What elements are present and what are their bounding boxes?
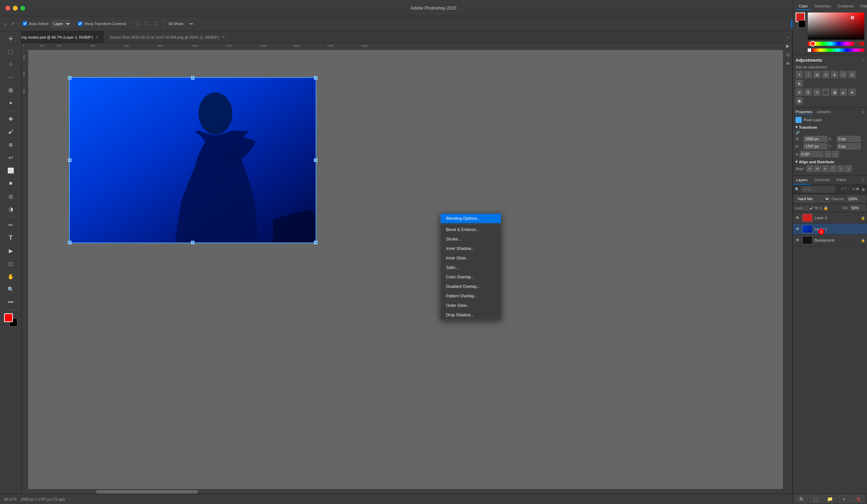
align-center-btn[interactable]: ⊞ [814, 165, 821, 172]
ctx-inner-glow[interactable]: Inner Glow... [441, 253, 501, 263]
tab-screenshot[interactable]: Screen Shot 2022-09-22 at 10.57.43 AM.pn… [104, 31, 230, 43]
shape-tool[interactable]: ◻ [5, 257, 17, 270]
marquee-tool[interactable]: ⬚ [5, 45, 17, 57]
handle-middle-right[interactable] [314, 159, 317, 162]
threshold-adj-icon[interactable]: ◭ [839, 88, 847, 96]
ctx-blending-options[interactable]: Blending Options... [441, 214, 501, 223]
new-layer-btn[interactable]: + [838, 495, 851, 503]
layers-search-input[interactable] [801, 186, 835, 192]
dodge-tool[interactable]: ◑ [5, 203, 17, 215]
gradient-tool[interactable]: ■ [5, 177, 17, 189]
handle-middle-left[interactable] [68, 159, 72, 162]
tab-gradients[interactable]: Gradients [834, 3, 857, 10]
blur-tool[interactable]: ◎ [5, 190, 17, 202]
close-button[interactable] [6, 6, 10, 11]
path-selection-tool[interactable]: ▶ [5, 245, 17, 257]
horizontal-scrollbar[interactable] [29, 489, 783, 494]
color-swatches[interactable] [4, 313, 18, 327]
handle-top-left[interactable] [68, 76, 72, 79]
x-input[interactable] [837, 136, 860, 142]
layer-item-background[interactable]: 👁 Background 🔒 [793, 235, 867, 246]
align-right-btn[interactable]: ⊫ [822, 165, 829, 172]
tab-color[interactable]: Color [795, 3, 811, 10]
more-tools[interactable]: ••• [5, 296, 17, 308]
gradient-map-adj-icon[interactable]: ▰ [848, 88, 856, 96]
eraser-tool[interactable]: ⬜ [5, 164, 17, 176]
align-top-btn[interactable]: ⊤ [830, 165, 836, 172]
colorbalance-adj-icon[interactable]: ⚖ [848, 71, 856, 78]
lock-artboard-icon[interactable]: ⬡ [819, 206, 822, 210]
height-input[interactable] [804, 143, 827, 149]
layer-visibility-icon-1[interactable]: 👁 [795, 226, 800, 232]
align-left-btn[interactable]: ⊪ [806, 165, 813, 172]
channelmixer-adj-icon[interactable]: ⊞ [804, 88, 812, 96]
clone-tool[interactable]: ⊕ [5, 139, 17, 151]
angle-input[interactable] [800, 151, 823, 157]
handle-top-right[interactable] [314, 76, 317, 79]
bw-adj-icon[interactable]: ◐ [795, 79, 803, 87]
tab-properties[interactable]: Properties [795, 110, 813, 115]
y-input[interactable] [837, 143, 860, 149]
vibrance-adj-icon[interactable]: ◈ [831, 71, 838, 78]
tab-close-1[interactable]: ✕ [96, 35, 98, 39]
filter-toggle-icon[interactable]: ◉ [861, 187, 865, 192]
align-middle-btn[interactable]: ⊥ [837, 165, 844, 172]
transform-checkbox[interactable] [78, 21, 82, 26]
add-mask-btn[interactable]: ⬚ [809, 495, 822, 503]
ai-icon[interactable]: AI [784, 60, 791, 67]
filter-icon-1[interactable]: ⊡ [841, 187, 844, 192]
ctx-color-overlay[interactable]: Color Overlay... [441, 272, 501, 282]
zoom-tool[interactable]: 🔍 [5, 283, 17, 296]
move-tool-button[interactable]: ⤢ [10, 21, 15, 26]
magic-wand-tool[interactable]: ⋯ [5, 71, 17, 83]
ctx-outer-glow[interactable]: Outer Glow... [441, 301, 501, 310]
hand-tool[interactable]: ✋ [5, 270, 17, 282]
hscroll-thumb[interactable] [96, 490, 198, 493]
record-icon[interactable]: ⊙ [784, 51, 791, 58]
opacity-input[interactable] [846, 196, 865, 202]
tab-libraries[interactable]: Libraries [816, 110, 831, 115]
exposure-adj-icon[interactable]: ⊡ [822, 71, 829, 78]
eyedropper-tool[interactable]: ✦ [5, 97, 17, 109]
more-options-button[interactable]: ••• [188, 21, 194, 26]
invert-adj-icon[interactable]: ⬛ [822, 88, 829, 96]
handle-top-middle[interactable] [191, 76, 194, 79]
ctx-satin[interactable]: Satin... [441, 263, 501, 272]
history-brush[interactable]: ↩ [5, 151, 17, 164]
flip-vertical-btn[interactable]: ↕ [832, 151, 839, 158]
hue-slider[interactable] [808, 42, 854, 46]
background-color-swatch[interactable] [798, 20, 806, 28]
posterize-adj-icon[interactable]: ▦ [831, 88, 838, 96]
ctx-bevel-emboss[interactable]: Bevel & Emboss... [441, 225, 501, 234]
tab-close-2[interactable]: ✕ [222, 35, 225, 39]
layer-visibility-icon-3[interactable]: 👁 [795, 215, 800, 221]
lock-position-icon[interactable]: ✛ [814, 206, 818, 210]
lock-all-icon[interactable]: 🔒 [823, 206, 828, 210]
tab-swatches[interactable]: Swatches [811, 3, 834, 10]
play-icon[interactable]: ▶ [784, 42, 791, 50]
canvas-image[interactable] [69, 77, 316, 243]
ctx-stroke[interactable]: Stroke... [441, 234, 501, 244]
align-bottom-btn[interactable]: ⊥ [845, 165, 852, 172]
type-tool[interactable]: T [5, 232, 17, 244]
home-button[interactable]: ⌂ [3, 21, 8, 26]
color-spectrum-bar[interactable] [812, 49, 864, 52]
adj-panel-menu[interactable]: ≡ [862, 58, 864, 62]
properties-panel-menu[interactable]: ≡ [862, 110, 864, 115]
handle-bottom-middle[interactable] [191, 241, 194, 244]
photo-filter-adj-icon[interactable]: ⊛ [795, 88, 803, 96]
status-arrow[interactable]: › [69, 497, 71, 501]
handle-bottom-left[interactable] [68, 241, 72, 244]
crop-tool[interactable]: ⊞ [5, 84, 17, 96]
new-group-btn[interactable]: 📁 [823, 495, 836, 503]
lock-transparent-icon[interactable]: ⬚ [805, 206, 809, 210]
tab-paths[interactable]: Paths [834, 176, 850, 185]
tab-patterns[interactable]: Patterns [857, 3, 867, 10]
filter-icon-4[interactable]: ⊞ [853, 187, 855, 192]
ctx-gradient-overlay[interactable]: Gradient Overlay... [441, 282, 501, 291]
colorlookup-adj-icon[interactable]: ⊟ [813, 88, 821, 96]
lock-image-icon[interactable]: 🖌 [810, 206, 813, 210]
curves-adj-icon[interactable]: ⌇ [804, 71, 812, 78]
pen-tool[interactable]: ✏ [5, 219, 17, 231]
align-left-button[interactable]: ⬛ [133, 21, 141, 26]
